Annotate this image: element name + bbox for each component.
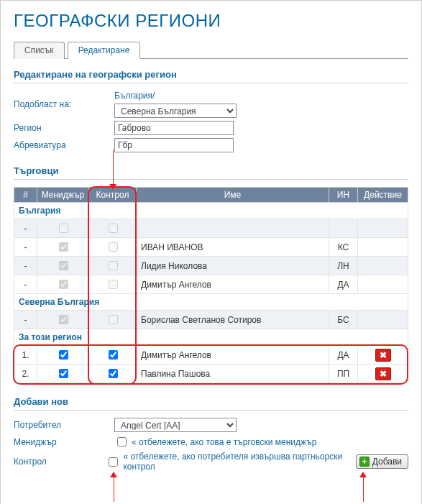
col-control: Контрол	[89, 188, 137, 203]
col-num: #	[14, 188, 37, 203]
cell-num: 2.	[14, 365, 37, 383]
addnew-manager-hint: « отбележете, ако това е търговски менид…	[132, 437, 317, 447]
cell-name: Павлина Пашова	[137, 365, 329, 383]
section-edit-title: Редактиране на географски регион	[14, 69, 408, 83]
control-checkbox[interactable]	[109, 350, 118, 359]
cell-action	[358, 275, 408, 294]
addnew-control-checkbox[interactable]	[109, 457, 118, 467]
cell-name: Димитър Ангелов	[137, 275, 329, 294]
manager-checkbox[interactable]	[59, 350, 68, 359]
cell-in	[329, 219, 358, 238]
cell-name	[137, 219, 329, 238]
col-in: ИН	[329, 188, 358, 203]
manager-checkbox	[59, 280, 68, 289]
group-header: Северна България	[14, 294, 408, 311]
subfield-label: Подобласт на:	[14, 99, 114, 109]
table-row: -	[14, 219, 408, 238]
cell-action: ✖	[358, 365, 408, 383]
subfield-select[interactable]: Северна България	[114, 104, 237, 118]
table-row: 2.Павлина ПашоваПП✖	[14, 365, 408, 383]
tabs: Списък Редактиране	[14, 41, 408, 59]
cell-action	[358, 311, 408, 329]
delete-button[interactable]: ✖	[375, 367, 391, 380]
user-label: Потребител	[14, 420, 114, 430]
cell-action	[358, 238, 408, 257]
add-button[interactable]: + Добави	[356, 454, 408, 469]
control-checkbox	[109, 224, 118, 233]
col-action: Действие	[358, 188, 408, 203]
abbr-label: Абревиатура	[14, 140, 114, 150]
addnew-manager-checkbox[interactable]	[117, 437, 127, 446]
abbr-input[interactable]	[114, 138, 234, 152]
salesmen-table: # Мениджър Контрол Име ИН Действие Бълга…	[14, 187, 408, 383]
cell-name: ИВАН ИВАНОВ	[137, 238, 329, 257]
cell-name: Димитър Ангелов	[137, 346, 329, 365]
group-header: България	[14, 203, 408, 219]
cell-action: ✖	[358, 346, 408, 365]
table-row: -ИВАН ИВАНОВКС	[14, 238, 408, 257]
cell-action	[358, 219, 408, 238]
addnew-manager-label: Мениджър	[14, 437, 114, 447]
add-button-label: Добави	[372, 457, 402, 467]
cell-num: -	[14, 257, 37, 275]
delete-button[interactable]: ✖	[375, 349, 391, 362]
col-manager: Мениджър	[37, 188, 89, 203]
manager-checkbox	[59, 261, 68, 270]
control-checkbox	[109, 261, 118, 270]
addnew-control-label: Контрол	[14, 457, 106, 467]
cell-in: ПП	[329, 365, 358, 383]
manager-checkbox	[59, 242, 68, 252]
addnew-control-hint: « отбележете, ако потребителя извършва п…	[123, 452, 355, 472]
page-title: ГЕОГРАФСКИ РЕГИОНИ	[14, 11, 408, 31]
control-checkbox	[109, 280, 118, 289]
table-row: 1.Димитър АнгеловДА✖	[14, 346, 408, 365]
cell-in: КС	[329, 238, 358, 257]
cell-name: Борислав Светланов Сотиров	[137, 311, 329, 329]
control-checkbox[interactable]	[109, 369, 118, 378]
cell-name: Лидия Николова	[137, 257, 329, 275]
breadcrumb: България/	[114, 91, 237, 101]
region-input[interactable]	[114, 121, 234, 135]
cell-num: -	[14, 238, 37, 257]
control-checkbox	[109, 242, 118, 252]
control-checkbox	[109, 315, 118, 324]
salesmen-title: Търговци	[14, 165, 408, 180]
cell-num: -	[14, 311, 37, 329]
col-name: Име	[137, 188, 329, 203]
user-select[interactable]: Angel Cert [AA]	[114, 418, 237, 432]
tab-edit[interactable]: Редактиране	[68, 42, 141, 59]
manager-checkbox	[59, 224, 68, 233]
plus-icon: +	[359, 457, 370, 467]
cell-in: ЛН	[329, 257, 358, 275]
table-row: -Лидия НиколоваЛН	[14, 257, 408, 275]
manager-checkbox	[59, 315, 68, 324]
cell-in: ДА	[329, 275, 358, 294]
table-row: -Борислав Светланов СотировБС	[14, 311, 408, 329]
group-header: За този регион	[14, 329, 408, 346]
region-label: Регион	[14, 123, 114, 133]
table-row: -Димитър АнгеловДА	[14, 275, 408, 294]
cell-num: -	[14, 275, 37, 294]
cell-action	[358, 257, 408, 275]
cell-in: ДА	[329, 346, 358, 365]
cell-num: 1.	[14, 346, 37, 365]
tab-list[interactable]: Списък	[14, 42, 65, 59]
cell-num: -	[14, 219, 37, 238]
cell-in: БС	[329, 311, 358, 329]
addnew-title: Добави нов	[14, 396, 408, 411]
manager-checkbox[interactable]	[59, 369, 68, 378]
